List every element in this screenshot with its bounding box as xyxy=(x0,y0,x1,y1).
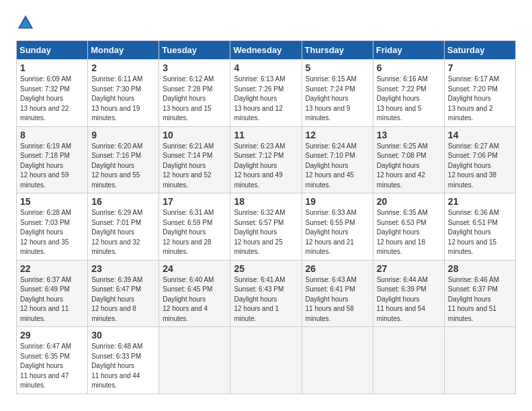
calendar-cell: 15 Sunrise: 6:28 AMSunset: 7:03 PMDaylig… xyxy=(17,193,88,261)
day-info: Sunrise: 6:46 AMSunset: 6:37 PMDaylight … xyxy=(448,276,499,322)
calendar-cell: 10 Sunrise: 6:21 AMSunset: 7:14 PMDaylig… xyxy=(159,126,230,193)
day-number: 4 xyxy=(234,62,298,73)
day-number: 3 xyxy=(163,62,226,73)
day-info: Sunrise: 6:44 AMSunset: 6:39 PMDaylight … xyxy=(377,276,428,322)
logo xyxy=(16,13,38,32)
calendar-header-cell: Thursday xyxy=(302,41,373,60)
calendar-cell: 24 Sunrise: 6:40 AMSunset: 6:45 PMDaylig… xyxy=(159,260,230,327)
day-info: Sunrise: 6:23 AMSunset: 7:12 PMDaylight … xyxy=(234,142,285,189)
calendar-cell: 29 Sunrise: 6:47 AMSunset: 6:35 PMDaylig… xyxy=(17,327,88,394)
calendar-cell xyxy=(302,327,373,394)
calendar-cell xyxy=(444,327,515,394)
day-number: 1 xyxy=(20,62,84,73)
page: SundayMondayTuesdayWednesdayThursdayFrid… xyxy=(0,0,532,401)
calendar-cell: 18 Sunrise: 6:32 AMSunset: 6:57 PMDaylig… xyxy=(230,193,302,261)
day-info: Sunrise: 6:25 AMSunset: 7:08 PMDaylight … xyxy=(377,142,428,189)
calendar-header-cell: Saturday xyxy=(444,41,515,60)
day-info: Sunrise: 6:41 AMSunset: 6:43 PMDaylight … xyxy=(234,276,285,322)
calendar-cell xyxy=(159,327,230,394)
day-info: Sunrise: 6:36 AMSunset: 6:51 PMDaylight … xyxy=(448,209,499,255)
calendar-cell: 23 Sunrise: 6:39 AMSunset: 6:47 PMDaylig… xyxy=(88,260,159,327)
day-info: Sunrise: 6:29 AMSunset: 7:01 PMDaylight … xyxy=(91,209,142,255)
calendar-cell: 5 Sunrise: 6:15 AMSunset: 7:24 PMDayligh… xyxy=(302,60,373,127)
day-info: Sunrise: 6:28 AMSunset: 7:03 PMDaylight … xyxy=(20,209,71,255)
day-number: 5 xyxy=(306,62,369,73)
day-number: 11 xyxy=(234,130,298,140)
day-info: Sunrise: 6:43 AMSunset: 6:41 PMDaylight … xyxy=(306,276,357,322)
calendar-header-cell: Monday xyxy=(88,41,159,60)
calendar-header-row: SundayMondayTuesdayWednesdayThursdayFrid… xyxy=(17,41,516,60)
calendar-cell: 19 Sunrise: 6:33 AMSunset: 6:55 PMDaylig… xyxy=(302,193,373,261)
calendar-cell xyxy=(373,327,444,394)
day-number: 21 xyxy=(448,196,512,207)
calendar-cell: 27 Sunrise: 6:44 AMSunset: 6:39 PMDaylig… xyxy=(373,260,444,327)
calendar-cell: 16 Sunrise: 6:29 AMSunset: 7:01 PMDaylig… xyxy=(88,193,159,261)
calendar-cell: 9 Sunrise: 6:20 AMSunset: 7:16 PMDayligh… xyxy=(88,126,159,193)
calendar-cell: 26 Sunrise: 6:43 AMSunset: 6:41 PMDaylig… xyxy=(302,260,373,327)
day-info: Sunrise: 6:48 AMSunset: 6:33 PMDaylight … xyxy=(91,342,142,389)
day-number: 27 xyxy=(377,263,441,274)
calendar-cell: 25 Sunrise: 6:41 AMSunset: 6:43 PMDaylig… xyxy=(230,260,302,327)
day-number: 18 xyxy=(234,196,298,207)
day-info: Sunrise: 6:20 AMSunset: 7:16 PMDaylight … xyxy=(91,142,142,189)
day-number: 19 xyxy=(306,196,369,207)
calendar-cell: 4 Sunrise: 6:13 AMSunset: 7:26 PMDayligh… xyxy=(230,60,302,127)
day-number: 22 xyxy=(20,263,84,274)
calendar-cell: 20 Sunrise: 6:35 AMSunset: 6:53 PMDaylig… xyxy=(373,193,444,261)
calendar-header-cell: Tuesday xyxy=(159,41,230,60)
calendar-week-row: 1 Sunrise: 6:09 AMSunset: 7:32 PMDayligh… xyxy=(17,60,516,127)
day-info: Sunrise: 6:12 AMSunset: 7:28 PMDaylight … xyxy=(163,75,214,122)
day-number: 7 xyxy=(448,62,512,73)
day-info: Sunrise: 6:37 AMSunset: 6:49 PMDaylight … xyxy=(20,276,71,322)
calendar-cell xyxy=(230,327,302,394)
day-number: 29 xyxy=(20,330,84,340)
day-info: Sunrise: 6:35 AMSunset: 6:53 PMDaylight … xyxy=(377,209,428,255)
day-number: 20 xyxy=(377,196,441,207)
day-info: Sunrise: 6:39 AMSunset: 6:47 PMDaylight … xyxy=(91,276,142,322)
calendar-cell: 22 Sunrise: 6:37 AMSunset: 6:49 PMDaylig… xyxy=(17,260,88,327)
calendar-cell: 13 Sunrise: 6:25 AMSunset: 7:08 PMDaylig… xyxy=(373,126,444,193)
day-info: Sunrise: 6:40 AMSunset: 6:45 PMDaylight … xyxy=(163,276,214,322)
calendar-cell: 6 Sunrise: 6:16 AMSunset: 7:22 PMDayligh… xyxy=(373,60,444,127)
calendar-cell: 21 Sunrise: 6:36 AMSunset: 6:51 PMDaylig… xyxy=(444,193,515,261)
calendar-cell: 14 Sunrise: 6:27 AMSunset: 7:06 PMDaylig… xyxy=(444,126,515,193)
day-number: 25 xyxy=(234,263,298,274)
calendar-cell: 28 Sunrise: 6:46 AMSunset: 6:37 PMDaylig… xyxy=(444,260,515,327)
calendar-cell: 12 Sunrise: 6:24 AMSunset: 7:10 PMDaylig… xyxy=(302,126,373,193)
day-info: Sunrise: 6:09 AMSunset: 7:32 PMDaylight … xyxy=(20,75,71,122)
calendar-cell: 11 Sunrise: 6:23 AMSunset: 7:12 PMDaylig… xyxy=(230,126,302,193)
day-info: Sunrise: 6:13 AMSunset: 7:26 PMDaylight … xyxy=(234,75,285,122)
day-info: Sunrise: 6:31 AMSunset: 6:59 PMDaylight … xyxy=(163,209,214,255)
day-number: 16 xyxy=(91,196,155,207)
day-number: 6 xyxy=(377,62,441,73)
day-info: Sunrise: 6:32 AMSunset: 6:57 PMDaylight … xyxy=(234,209,285,255)
day-info: Sunrise: 6:17 AMSunset: 7:20 PMDaylight … xyxy=(448,75,499,122)
day-number: 30 xyxy=(91,330,155,340)
day-number: 15 xyxy=(20,196,84,207)
day-number: 17 xyxy=(163,196,226,207)
day-info: Sunrise: 6:19 AMSunset: 7:18 PMDaylight … xyxy=(20,142,71,189)
calendar-week-row: 22 Sunrise: 6:37 AMSunset: 6:49 PMDaylig… xyxy=(17,260,516,327)
calendar-cell: 17 Sunrise: 6:31 AMSunset: 6:59 PMDaylig… xyxy=(159,193,230,261)
day-number: 26 xyxy=(306,263,369,274)
calendar-cell: 30 Sunrise: 6:48 AMSunset: 6:33 PMDaylig… xyxy=(88,327,159,394)
logo-icon xyxy=(16,13,35,32)
day-info: Sunrise: 6:11 AMSunset: 7:30 PMDaylight … xyxy=(91,75,142,122)
calendar-table: SundayMondayTuesdayWednesdayThursdayFrid… xyxy=(16,40,516,394)
calendar-body: 1 Sunrise: 6:09 AMSunset: 7:32 PMDayligh… xyxy=(17,60,516,394)
calendar-cell: 1 Sunrise: 6:09 AMSunset: 7:32 PMDayligh… xyxy=(17,60,88,127)
calendar-cell: 2 Sunrise: 6:11 AMSunset: 7:30 PMDayligh… xyxy=(88,60,159,127)
day-info: Sunrise: 6:27 AMSunset: 7:06 PMDaylight … xyxy=(448,142,499,189)
day-number: 8 xyxy=(20,130,84,140)
day-number: 12 xyxy=(306,130,369,140)
day-number: 28 xyxy=(448,263,512,274)
day-number: 2 xyxy=(91,62,155,73)
calendar-cell: 7 Sunrise: 6:17 AMSunset: 7:20 PMDayligh… xyxy=(444,60,515,127)
calendar-week-row: 15 Sunrise: 6:28 AMSunset: 7:03 PMDaylig… xyxy=(17,193,516,261)
calendar-header-cell: Friday xyxy=(373,41,444,60)
day-info: Sunrise: 6:47 AMSunset: 6:35 PMDaylight … xyxy=(20,342,71,389)
calendar-header-cell: Sunday xyxy=(17,41,88,60)
day-number: 24 xyxy=(163,263,226,274)
day-number: 14 xyxy=(448,130,512,140)
day-number: 13 xyxy=(377,130,441,140)
